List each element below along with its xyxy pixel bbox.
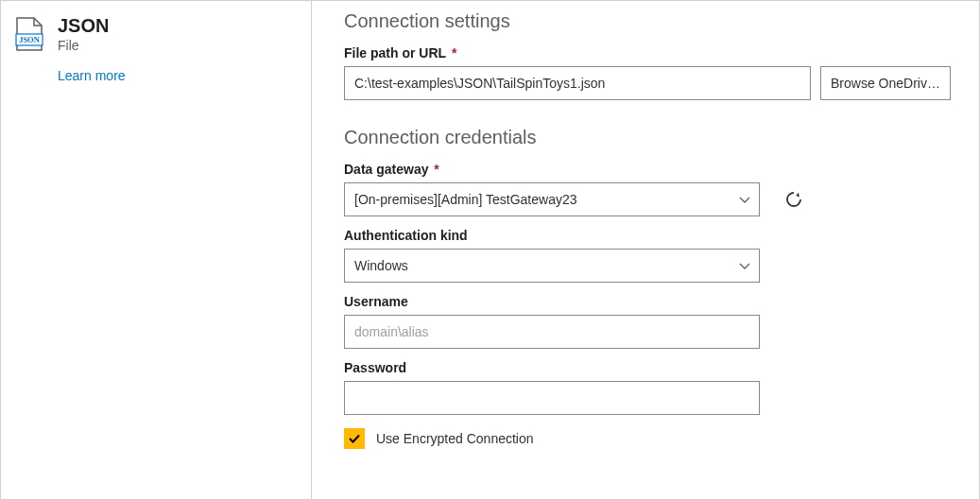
learn-more-link[interactable]: Learn more <box>58 68 292 83</box>
auth-kind-select[interactable]: Windows <box>344 249 760 283</box>
chevron-down-icon <box>738 193 751 206</box>
gateway-label: Data gateway * <box>344 162 951 177</box>
required-asterisk: * <box>448 45 456 60</box>
gateway-select[interactable]: [On-premises][Admin] TestGateway23 <box>344 182 760 216</box>
password-label: Password <box>344 360 951 375</box>
connection-credentials-heading: Connection credentials <box>344 127 951 148</box>
gateway-selected-value: [On-premises][Admin] TestGateway23 <box>354 192 577 207</box>
svg-text:JSON: JSON <box>19 35 41 44</box>
right-panel: Connection settings File path or URL * B… <box>312 1 979 499</box>
auth-kind-label: Authentication kind <box>344 228 951 243</box>
check-icon <box>348 432 361 445</box>
connection-settings-heading: Connection settings <box>344 10 951 32</box>
required-asterisk: * <box>430 162 438 177</box>
file-path-label: File path or URL * <box>344 45 951 60</box>
connector-subtitle: File <box>58 38 109 53</box>
password-input[interactable] <box>344 381 760 415</box>
encrypted-connection-label: Use Encrypted Connection <box>376 431 534 446</box>
connector-title: JSON <box>58 14 109 37</box>
encrypted-connection-checkbox[interactable] <box>344 428 365 449</box>
auth-kind-selected-value: Windows <box>354 258 408 273</box>
json-file-icon: JSON <box>14 17 44 51</box>
refresh-icon <box>784 190 803 209</box>
browse-onedrive-button[interactable]: Browse OneDrive... <box>820 66 951 100</box>
username-input[interactable] <box>344 315 760 349</box>
file-path-input[interactable] <box>344 66 811 100</box>
refresh-gateway-button[interactable] <box>781 186 807 213</box>
left-panel: JSON JSON File Learn more <box>1 1 312 499</box>
connector-header: JSON JSON File <box>14 14 292 53</box>
username-label: Username <box>344 294 951 309</box>
file-path-label-text: File path or URL <box>344 45 446 60</box>
gateway-label-text: Data gateway <box>344 162 428 177</box>
chevron-down-icon <box>738 259 751 272</box>
